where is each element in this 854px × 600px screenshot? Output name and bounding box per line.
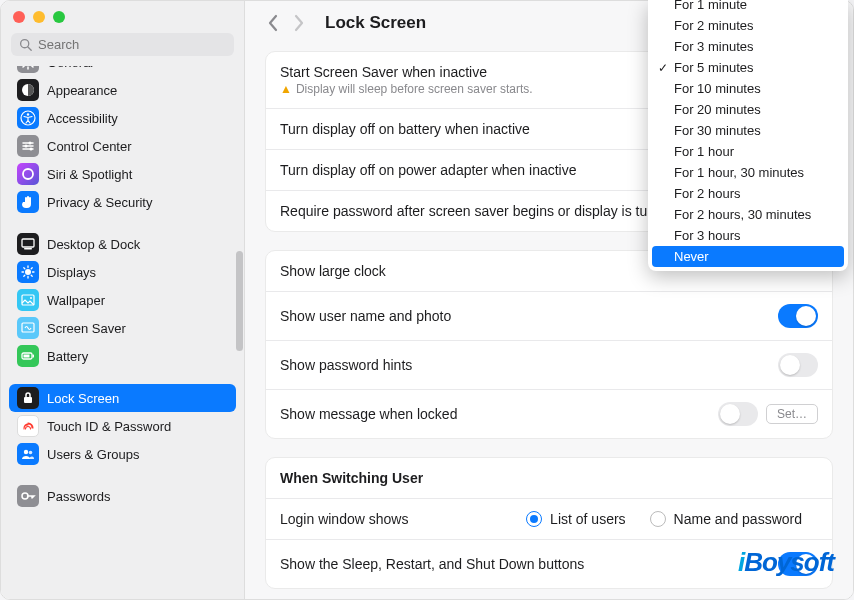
settings-row: Show password hints bbox=[266, 341, 832, 390]
dropdown-option[interactable]: For 2 minutes bbox=[652, 15, 844, 36]
svg-point-8 bbox=[30, 148, 33, 151]
svg-point-14 bbox=[30, 297, 32, 299]
appearance-icon bbox=[17, 79, 39, 101]
row-label: Show user name and photo bbox=[280, 308, 778, 324]
dropdown-option[interactable]: For 10 minutes bbox=[652, 78, 844, 99]
sidebar-item-label: Privacy & Security bbox=[47, 195, 152, 210]
svg-point-9 bbox=[23, 169, 33, 179]
radio-button[interactable] bbox=[650, 511, 666, 527]
svg-point-5 bbox=[27, 113, 29, 115]
sidebar-item-label: Wallpaper bbox=[47, 293, 105, 308]
toggle-switch[interactable] bbox=[778, 304, 818, 328]
sidebar-item-label: General bbox=[47, 66, 93, 70]
toggle-switch[interactable] bbox=[778, 552, 818, 576]
dropdown-option[interactable]: For 2 hours, 30 minutes bbox=[652, 204, 844, 225]
radio-button[interactable] bbox=[526, 511, 542, 527]
duration-dropdown[interactable]: For 1 minuteFor 2 minutesFor 3 minutesFo… bbox=[648, 0, 848, 271]
sidebar-item-control-center[interactable]: Control Center bbox=[9, 132, 236, 160]
toggle-switch[interactable] bbox=[718, 402, 758, 426]
minimize-icon[interactable] bbox=[33, 11, 45, 23]
dropdown-option[interactable]: For 1 minute bbox=[652, 0, 844, 15]
settings-row: Show the Sleep, Restart, and Shut Down b… bbox=[266, 540, 832, 588]
sidebar-item-battery[interactable]: Battery bbox=[9, 342, 236, 370]
sidebar-item-passwords[interactable]: Passwords bbox=[9, 482, 236, 510]
sidebar-item-appearance[interactable]: Appearance bbox=[9, 76, 236, 104]
maximize-icon[interactable] bbox=[53, 11, 65, 23]
hand-icon bbox=[17, 191, 39, 213]
sidebar-item-wallpaper[interactable]: Wallpaper bbox=[9, 286, 236, 314]
sidebar-item-accessibility[interactable]: Accessibility bbox=[9, 104, 236, 132]
close-icon[interactable] bbox=[13, 11, 25, 23]
window-controls bbox=[1, 1, 244, 31]
dropdown-option[interactable]: For 3 hours bbox=[652, 225, 844, 246]
svg-point-21 bbox=[29, 451, 33, 455]
settings-row: Show user name and photo bbox=[266, 292, 832, 341]
toggle-switch[interactable] bbox=[778, 353, 818, 377]
sidebar-item-label: Desktop & Dock bbox=[47, 237, 140, 252]
battery-icon bbox=[17, 345, 39, 367]
switching-panel: When Switching UserLogin window showsLis… bbox=[265, 457, 833, 589]
sidebar-item-general[interactable]: General bbox=[9, 66, 236, 76]
sidebar-item-desktop-dock[interactable]: Desktop & Dock bbox=[9, 230, 236, 258]
dropdown-option[interactable]: For 20 minutes bbox=[652, 99, 844, 120]
radio-label: Name and password bbox=[674, 511, 802, 527]
touchid-icon bbox=[17, 415, 39, 437]
row-label: Show password hints bbox=[280, 357, 778, 373]
sidebar-item-label: Passwords bbox=[47, 489, 111, 504]
svg-point-6 bbox=[29, 142, 32, 145]
wallpaper-icon bbox=[17, 289, 39, 311]
sidebar-item-label: Appearance bbox=[47, 83, 117, 98]
svg-rect-10 bbox=[22, 239, 34, 247]
svg-rect-18 bbox=[24, 355, 30, 358]
gear-icon bbox=[17, 66, 39, 73]
scrollbar[interactable] bbox=[236, 251, 243, 351]
svg-point-7 bbox=[25, 145, 28, 148]
sidebar-item-privacy-security[interactable]: Privacy & Security bbox=[9, 188, 236, 216]
sidebar-item-lock-screen[interactable]: Lock Screen bbox=[9, 384, 236, 412]
forward-button[interactable] bbox=[293, 14, 305, 32]
section-header: When Switching User bbox=[280, 470, 423, 486]
row-label: Show the Sleep, Restart, and Shut Down b… bbox=[280, 556, 778, 572]
controls-icon bbox=[17, 135, 39, 157]
page-title: Lock Screen bbox=[325, 13, 426, 33]
dropdown-option[interactable]: For 3 minutes bbox=[652, 36, 844, 57]
sidebar-item-siri-spotlight[interactable]: Siri & Spotlight bbox=[9, 160, 236, 188]
sidebar-item-label: Touch ID & Password bbox=[47, 419, 171, 434]
svg-point-12 bbox=[25, 269, 31, 275]
dropdown-option[interactable]: For 5 minutes bbox=[652, 57, 844, 78]
row-warning: Display will sleep before screen saver s… bbox=[296, 82, 533, 96]
sidebar-item-label: Siri & Spotlight bbox=[47, 167, 132, 182]
sidebar-item-label: Users & Groups bbox=[47, 447, 139, 462]
row-label: Show message when locked bbox=[280, 406, 718, 422]
displays-icon bbox=[17, 261, 39, 283]
search-icon bbox=[19, 38, 32, 51]
sidebar-item-label: Battery bbox=[47, 349, 88, 364]
dropdown-option[interactable]: Never bbox=[652, 246, 844, 267]
sidebar-item-screen-saver[interactable]: Screen Saver bbox=[9, 314, 236, 342]
key-icon bbox=[17, 485, 39, 507]
radio-label: List of users bbox=[550, 511, 625, 527]
sidebar-item-label: Displays bbox=[47, 265, 96, 280]
screensaver-icon bbox=[17, 317, 39, 339]
set-button[interactable]: Set… bbox=[766, 404, 818, 424]
sidebar-item-users-groups[interactable]: Users & Groups bbox=[9, 440, 236, 468]
svg-line-1 bbox=[28, 47, 31, 50]
back-button[interactable] bbox=[267, 14, 279, 32]
dropdown-option[interactable]: For 2 hours bbox=[652, 183, 844, 204]
sidebar-item-label: Control Center bbox=[47, 139, 132, 154]
accessibility-icon bbox=[17, 107, 39, 129]
sidebar-item-label: Lock Screen bbox=[47, 391, 119, 406]
dropdown-option[interactable]: For 1 hour, 30 minutes bbox=[652, 162, 844, 183]
sidebar-item-displays[interactable]: Displays bbox=[9, 258, 236, 286]
sidebar-item-label: Screen Saver bbox=[47, 321, 126, 336]
dock-icon bbox=[17, 233, 39, 255]
siri-icon bbox=[17, 163, 39, 185]
search-field[interactable] bbox=[11, 33, 234, 56]
settings-row: Show message when lockedSet… bbox=[266, 390, 832, 438]
row-label: Login window shows bbox=[280, 511, 526, 527]
dropdown-option[interactable]: For 30 minutes bbox=[652, 120, 844, 141]
dropdown-option[interactable]: For 1 hour bbox=[652, 141, 844, 162]
sidebar-item-touch-id-password[interactable]: Touch ID & Password bbox=[9, 412, 236, 440]
search-input[interactable] bbox=[38, 37, 226, 52]
sidebar-nav: GeneralAppearanceAccessibilityControl Ce… bbox=[1, 66, 244, 599]
